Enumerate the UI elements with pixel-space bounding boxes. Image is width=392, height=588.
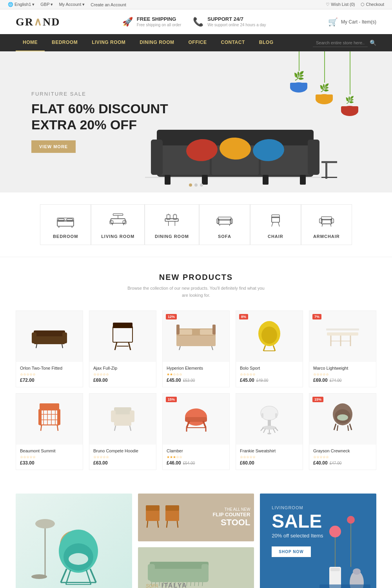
promo-left[interactable]: SALE 50% OFF	[16, 494, 132, 588]
svg-line-105	[57, 425, 58, 431]
promo-center-bottom[interactable]: SOFA ITALYA	[138, 547, 254, 588]
category-sofa[interactable]: SOFA	[199, 204, 250, 245]
promo-shop-now-button[interactable]: SHOP NOW	[272, 546, 310, 557]
plant-2: 🌿	[314, 51, 335, 105]
category-bedroom[interactable]: BEDROOM	[40, 204, 91, 245]
category-bedroom-label: BEDROOM	[53, 234, 78, 239]
svg-point-119	[261, 406, 278, 420]
categories: BEDROOM LIVING ROOM DINING ROOM	[0, 192, 392, 257]
svg-line-63	[330, 224, 331, 227]
product-card-1[interactable]: Orlon Two-Tone Fitted ☆☆☆☆☆ £72.00	[16, 310, 83, 387]
svg-line-81	[179, 346, 180, 350]
header-features: 🚀 FREE SHIPPING Free shipping on all ord…	[122, 16, 266, 27]
chair-icon	[266, 211, 285, 230]
svg-line-136	[348, 425, 348, 431]
hero-dot-2[interactable]	[194, 183, 198, 187]
shipping-icon: 🚀	[122, 17, 133, 27]
product-card-9[interactable]: Frankie Sweatshirt ☆☆☆☆☆ £60.00	[236, 393, 303, 470]
svg-rect-78	[200, 329, 214, 335]
svg-line-125	[273, 429, 275, 433]
product-chair-table-svg	[107, 319, 138, 354]
search-button[interactable]: 🔍	[370, 40, 376, 46]
nav-office[interactable]: OFFICE	[181, 34, 214, 51]
nav-bedroom[interactable]: BEDROOM	[45, 34, 85, 51]
promo-section: SALE 50% OFF	[0, 486, 392, 588]
product-card-4[interactable]: 8% Bolo Sport ☆☆☆☆☆ £45.00£49.00	[236, 310, 303, 387]
svg-line-85	[263, 345, 265, 351]
bedroom-icon	[56, 211, 75, 230]
product-img-8: 15%	[163, 394, 229, 445]
svg-rect-65	[34, 330, 65, 336]
product-card-3[interactable]: 12% Hyperion Elements ★★☆☆☆ £45.00£53.00	[162, 310, 230, 387]
svg-rect-109	[130, 410, 134, 422]
cart-area[interactable]: 🛒 My Cart - Item(s)	[328, 17, 376, 27]
currency-selector[interactable]: GBP ▾	[40, 2, 53, 7]
product-stars-10: ☆☆☆☆☆	[313, 455, 372, 459]
category-dining-room[interactable]: DINING ROOM	[145, 204, 199, 245]
wishlist-link[interactable]: ♡ Wish List (0)	[326, 2, 355, 7]
promo-blue-decor-svg	[319, 512, 370, 588]
svg-rect-129	[275, 413, 277, 418]
svg-rect-66	[32, 332, 36, 343]
product-img-7	[89, 394, 156, 445]
svg-rect-108	[111, 410, 116, 422]
svg-line-175	[202, 582, 203, 586]
promo-right[interactable]: LIVINGROOM SALE 20% off selected Items S…	[260, 494, 376, 588]
svg-rect-151	[146, 505, 160, 511]
svg-rect-75	[176, 334, 216, 346]
hero-button[interactable]: VIEW MORE	[31, 140, 76, 153]
cart-label: My Cart - Item(s)	[341, 19, 376, 25]
product-stars-3: ★★☆☆☆	[167, 372, 225, 376]
product-stars-5: ☆☆☆☆☆	[313, 372, 372, 376]
promo-stool: STOOL	[213, 517, 250, 528]
logo[interactable]: GR∧ND	[16, 15, 60, 28]
svg-rect-102	[38, 409, 42, 425]
svg-rect-18	[321, 177, 337, 178]
svg-line-68	[36, 344, 37, 348]
nav-blog[interactable]: BLOG	[252, 34, 281, 51]
nav-contact[interactable]: CONTACT	[214, 34, 252, 51]
product-info-3: Hyperion Elements ★★☆☆☆ £45.00£53.00	[163, 362, 229, 387]
hero-dot-1[interactable]	[189, 183, 192, 187]
svg-point-137	[35, 519, 55, 528]
product-name-5: Marco Lightweight	[313, 366, 372, 370]
svg-rect-94	[40, 409, 59, 425]
svg-line-157	[177, 521, 178, 528]
nav-home[interactable]: HOME	[16, 34, 45, 51]
svg-rect-8	[165, 175, 171, 185]
hero-dot-3[interactable]	[200, 183, 203, 187]
category-living-room[interactable]: LIVING ROOM	[91, 204, 145, 245]
checkout-link[interactable]: ⬡ Checkout	[361, 2, 384, 7]
svg-line-62	[322, 224, 323, 227]
product-info-4: Bolo Sport ☆☆☆☆☆ £45.00£49.00	[236, 362, 303, 387]
promo-center: THE ALL NEW FLIP COUNTER STOOL	[138, 494, 254, 588]
product-card-2[interactable]: Ajax Full-Zip ☆☆☆☆☆ £69.00	[89, 310, 156, 387]
create-account-link[interactable]: Create an Account	[91, 2, 126, 7]
nav-living-room[interactable]: LIVING ROOM	[85, 34, 132, 51]
svg-line-174	[198, 582, 199, 586]
sofa-name: ITALYA	[162, 582, 187, 588]
svg-line-82	[212, 346, 213, 350]
nav-dining-room[interactable]: DINING ROOM	[132, 34, 181, 51]
category-armchair[interactable]: ARMCHAIR	[301, 204, 352, 245]
language-selector[interactable]: 🌐 English1 ▾	[8, 2, 34, 7]
promo-center-top[interactable]: THE ALL NEW FLIP COUNTER STOOL	[138, 494, 254, 541]
product-card-5[interactable]: 7% Marco Lightweight ☆☆☆☆☆ £69.00£74.00	[309, 310, 376, 387]
product-card-7[interactable]: Bruno Compete Hoodie ☆☆☆☆☆ £63.00	[89, 393, 156, 470]
plant-3: 🌿	[339, 51, 361, 117]
product-img-5: 7%	[309, 311, 376, 362]
search-input[interactable]	[313, 39, 368, 47]
svg-line-172	[191, 582, 191, 586]
new-products-subtitle: Browse the collection of our new product…	[16, 285, 376, 299]
category-chair[interactable]: CHAIR	[250, 204, 301, 245]
svg-line-56	[272, 222, 273, 227]
my-account-link[interactable]: My Account ▾	[59, 2, 85, 7]
product-card-6[interactable]: Beaumont Summit ☆☆☆☆☆ £33.00	[16, 393, 83, 470]
nav-search: 🔍	[313, 39, 376, 47]
product-img-6	[16, 394, 83, 445]
promo-left-svg	[24, 504, 110, 588]
shipping-subtitle: Free shipping on all order	[137, 23, 181, 27]
product-card-8[interactable]: 15% Clamber ★★★☆☆ £46.00£54.00	[162, 393, 230, 470]
product-card-10[interactable]: 15% Grayson Crewneck ☆☆☆☆☆ £40.00£	[309, 393, 376, 470]
svg-rect-103	[57, 409, 60, 425]
